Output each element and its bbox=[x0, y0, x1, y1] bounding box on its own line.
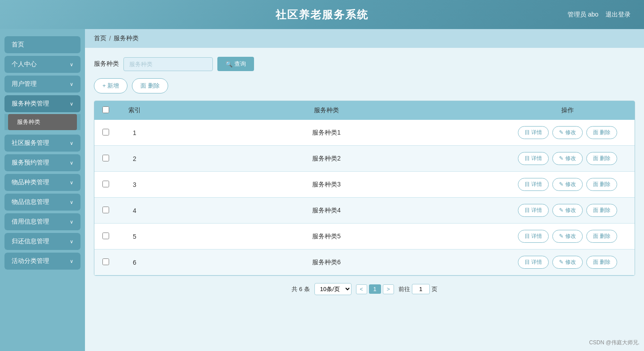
main-content: 首页 / 服务种类 服务种类 🔍 查询 + 新增 面 删除 bbox=[85, 29, 644, 351]
logout-button[interactable]: 退出登录 bbox=[606, 11, 631, 19]
sidebar-item-user-mgmt[interactable]: 用户管理 ∨ bbox=[4, 76, 80, 93]
table: 索引 服务种类 操作 1 服务种类1 目 详情 ✎ 修改 面 删 bbox=[94, 101, 635, 275]
row-name-cell: 服务种类3 bbox=[153, 172, 500, 198]
search-label: 服务种类 bbox=[94, 60, 119, 68]
row-name-cell: 服务种类4 bbox=[153, 198, 500, 224]
row-delete-button[interactable]: 面 删除 bbox=[586, 204, 617, 217]
sidebar-service-type-mgmt-header[interactable]: 服务种类管理 ∨ bbox=[4, 95, 80, 112]
row-checkbox[interactable] bbox=[102, 181, 109, 187]
goto-label: 前往 bbox=[398, 285, 410, 293]
sidebar-item-service-type-mgmt[interactable]: 服务种类管理 ∨ 服务种类 bbox=[4, 95, 80, 132]
row-ops-cell: 目 详情 ✎ 修改 面 删除 bbox=[500, 250, 635, 275]
sidebar-item-activity-type[interactable]: 活动分类管理 ∨ bbox=[4, 253, 80, 270]
row-checkbox-cell bbox=[94, 224, 117, 250]
breadcrumb-separator: / bbox=[109, 35, 111, 42]
row-ops-cell: 目 详情 ✎ 修改 面 删除 bbox=[500, 172, 635, 198]
detail-button[interactable]: 目 详情 bbox=[518, 204, 549, 217]
breadcrumb-home[interactable]: 首页 bbox=[94, 34, 106, 42]
edit-button[interactable]: ✎ 修改 bbox=[552, 178, 582, 191]
sidebar-item-goods-info[interactable]: 物品信息管理 ∨ bbox=[4, 194, 80, 211]
goto-page-input[interactable] bbox=[412, 284, 430, 294]
sidebar-item-service-type[interactable]: 服务种类 bbox=[8, 114, 77, 130]
search-button[interactable]: 🔍 查询 bbox=[217, 57, 254, 71]
edit-button[interactable]: ✎ 修改 bbox=[552, 230, 582, 243]
breadcrumb: 首页 / 服务种类 bbox=[85, 29, 644, 48]
edit-button[interactable]: ✎ 修改 bbox=[552, 126, 582, 139]
detail-button[interactable]: 目 详情 bbox=[518, 126, 549, 139]
sidebar-community-header[interactable]: 社区服务管理 ∨ bbox=[4, 135, 80, 152]
sidebar-service-type-mgmt-label: 服务种类管理 bbox=[12, 100, 49, 108]
page-nav: < 1 > bbox=[356, 284, 394, 294]
table-row: 2 服务种类2 目 详情 ✎ 修改 面 删除 bbox=[94, 146, 635, 172]
sidebar-item-community-service[interactable]: 社区服务管理 ∨ bbox=[4, 135, 80, 152]
next-page-button[interactable]: > bbox=[383, 284, 394, 294]
row-checkbox[interactable] bbox=[102, 155, 109, 161]
sidebar-home-header[interactable]: 首页 bbox=[4, 36, 80, 53]
row-checkbox-cell bbox=[94, 250, 117, 275]
sidebar-borrow-header[interactable]: 借用信息管理 ∨ bbox=[4, 213, 80, 230]
sidebar-activity-header[interactable]: 活动分类管理 ∨ bbox=[4, 253, 80, 270]
row-checkbox[interactable] bbox=[102, 207, 109, 213]
sidebar-item-goods-type[interactable]: 物品种类管理 ∨ bbox=[4, 174, 80, 191]
row-checkbox[interactable] bbox=[102, 258, 109, 265]
sidebar-borrow-label: 借用信息管理 bbox=[12, 218, 49, 226]
sidebar-booking-header[interactable]: 服务预约管理 ∨ bbox=[4, 154, 80, 171]
op-buttons: 目 详情 ✎ 修改 面 删除 bbox=[508, 152, 627, 165]
chevron-down-icon: ∨ bbox=[70, 81, 73, 87]
sidebar-user-mgmt-header[interactable]: 用户管理 ∨ bbox=[4, 76, 80, 93]
watermark: CSDN @伟庭大师兄. bbox=[589, 339, 640, 347]
row-checkbox[interactable] bbox=[102, 233, 109, 239]
sidebar-personal-label: 个人中心 bbox=[12, 60, 37, 68]
chevron-down-icon: ∨ bbox=[70, 199, 73, 205]
table-row: 4 服务种类4 目 详情 ✎ 修改 面 删除 bbox=[94, 198, 635, 224]
sidebar-return-label: 归还信息管理 bbox=[12, 237, 49, 245]
layout: 首页 个人中心 ∨ 用户管理 ∨ 服务种类管理 ∨ 服务种类 bbox=[0, 29, 644, 351]
header: 社区养老服务系统 管理员 abo 退出登录 bbox=[0, 0, 644, 29]
row-checkbox[interactable] bbox=[102, 129, 109, 135]
sidebar-home-label: 首页 bbox=[12, 41, 24, 49]
sidebar-item-personal[interactable]: 个人中心 ∨ bbox=[4, 56, 80, 73]
row-index-cell: 3 bbox=[117, 172, 153, 198]
detail-button[interactable]: 目 详情 bbox=[518, 256, 549, 269]
sidebar-item-service-booking[interactable]: 服务预约管理 ∨ bbox=[4, 154, 80, 171]
row-delete-button[interactable]: 面 删除 bbox=[586, 230, 617, 243]
table-header: 索引 服务种类 操作 bbox=[94, 101, 635, 120]
breadcrumb-current: 服务种类 bbox=[114, 34, 139, 42]
select-all-checkbox[interactable] bbox=[102, 106, 109, 113]
row-delete-button[interactable]: 面 删除 bbox=[586, 256, 617, 269]
sidebar-return-header[interactable]: 归还信息管理 ∨ bbox=[4, 233, 80, 250]
search-input[interactable] bbox=[123, 57, 213, 71]
chevron-down-icon: ∨ bbox=[70, 239, 73, 245]
edit-button[interactable]: ✎ 修改 bbox=[552, 152, 582, 165]
sidebar-user-mgmt-label: 用户管理 bbox=[12, 80, 37, 88]
row-ops-cell: 目 详情 ✎ 修改 面 删除 bbox=[500, 198, 635, 224]
col-name-header: 服务种类 bbox=[153, 101, 500, 120]
chevron-down-icon: ∨ bbox=[70, 180, 73, 186]
sidebar-item-home[interactable]: 首页 bbox=[4, 36, 80, 53]
edit-button[interactable]: ✎ 修改 bbox=[552, 204, 582, 217]
row-checkbox-cell bbox=[94, 172, 117, 198]
sidebar-item-borrow-info[interactable]: 借用信息管理 ∨ bbox=[4, 213, 80, 230]
prev-page-button[interactable]: < bbox=[356, 284, 367, 294]
data-table: 索引 服务种类 操作 1 服务种类1 目 详情 ✎ 修改 面 删 bbox=[94, 101, 635, 276]
sidebar-personal-header[interactable]: 个人中心 ∨ bbox=[4, 56, 80, 73]
per-page-select[interactable]: 10条/页 20条/页 50条/页 bbox=[314, 283, 352, 295]
row-delete-button[interactable]: 面 删除 bbox=[586, 126, 617, 139]
sidebar-goods-info-header[interactable]: 物品信息管理 ∨ bbox=[4, 194, 80, 211]
op-buttons: 目 详情 ✎ 修改 面 删除 bbox=[508, 126, 627, 139]
edit-button[interactable]: ✎ 修改 bbox=[552, 256, 582, 269]
chevron-down-icon: ∨ bbox=[70, 140, 73, 146]
sidebar-item-return-info[interactable]: 归还信息管理 ∨ bbox=[4, 233, 80, 250]
add-button[interactable]: + 新增 bbox=[94, 78, 127, 93]
chevron-down-icon: ∨ bbox=[70, 101, 73, 107]
sidebar: 首页 个人中心 ∨ 用户管理 ∨ 服务种类管理 ∨ 服务种类 bbox=[0, 29, 85, 351]
detail-button[interactable]: 目 详情 bbox=[518, 152, 549, 165]
total-count: 共 6 条 bbox=[292, 285, 309, 293]
detail-button[interactable]: 目 详情 bbox=[518, 230, 549, 243]
delete-button[interactable]: 面 删除 bbox=[132, 78, 168, 93]
detail-button[interactable]: 目 详情 bbox=[518, 178, 549, 191]
sidebar-goods-type-header[interactable]: 物品种类管理 ∨ bbox=[4, 174, 80, 191]
row-delete-button[interactable]: 面 删除 bbox=[586, 152, 617, 165]
current-page: 1 bbox=[369, 284, 381, 294]
row-delete-button[interactable]: 面 删除 bbox=[586, 178, 617, 191]
